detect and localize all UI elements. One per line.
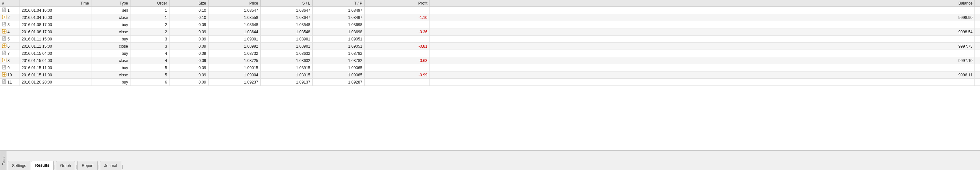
tester-label[interactable]: Tester [0, 151, 6, 170]
tab-divider-3: | [98, 164, 99, 170]
col-price: Price [208, 0, 260, 7]
table-row: 9 2016.01.15 11:00 buy 5 0.09 1.09015 1.… [0, 64, 980, 71]
cell-price: 1.08725 [208, 57, 260, 64]
cell-id: 3 [0, 21, 19, 28]
cell-profit [364, 79, 430, 86]
cell-balance: 9996.11 [430, 71, 975, 79]
cell-sl: 1.08915 [260, 71, 312, 79]
cell-type: close [91, 14, 130, 21]
cell-time: 2016.01.15 11:00 [19, 64, 91, 71]
cell-price: 1.08732 [208, 50, 260, 57]
tab-settings[interactable]: Settings [8, 161, 30, 170]
cell-profit: -0.81 [364, 43, 430, 50]
tab-divider-1: | [54, 164, 55, 170]
cell-id: 5 [0, 35, 19, 43]
cell-sl: 1.09137 [260, 79, 312, 86]
cell-tp: 1.08698 [312, 28, 364, 35]
table-row: 10 2016.01.15 11:00 close 5 0.09 1.09004… [0, 71, 980, 79]
cell-time: 2016.01.15 04:00 [19, 57, 91, 64]
cell-price: 1.08648 [208, 21, 260, 28]
cell-price: 1.09237 [208, 79, 260, 86]
cell-size: 0.09 [169, 79, 208, 86]
tab-divider-2: | [76, 164, 77, 170]
cell-id: 9 [0, 64, 19, 71]
tab-report[interactable]: Report [78, 161, 98, 170]
cell-size: 0.10 [169, 14, 208, 21]
cell-time: 2016.01.11 15:00 [19, 43, 91, 50]
table-row: 1 2016.01.04 16:00 sell 1 0.10 1.08547 1… [0, 7, 980, 14]
cell-sl: 1.08548 [260, 28, 312, 35]
cell-id: 11 [0, 79, 19, 86]
table-row: 11 2016.01.20 20:00 buy 6 0.09 1.09237 1… [0, 79, 980, 86]
cell-time: 2016.01.04 16:00 [19, 14, 91, 21]
col-order: Order [130, 0, 169, 7]
cell-time: 2016.01.08 17:00 [19, 21, 91, 28]
cell-sl: 1.08901 [260, 35, 312, 43]
cell-tp: 1.09051 [312, 35, 364, 43]
row-icon: 3 [2, 22, 10, 27]
cell-order: 3 [130, 35, 169, 43]
cell-tp: 1.09051 [312, 43, 364, 50]
cell-id: 10 [0, 71, 19, 79]
table-row: 3 2016.01.08 17:00 buy 2 0.09 1.08648 1.… [0, 21, 980, 28]
plus-icon [2, 43, 6, 49]
row-icon: 6 [2, 43, 10, 49]
cell-balance: 9998.90 [430, 14, 975, 21]
page-icon [2, 8, 6, 13]
cell-scroll [975, 21, 980, 28]
cell-id: 7 [0, 50, 19, 57]
row-icon: 8 [2, 58, 10, 63]
row-icon: 5 [2, 36, 10, 42]
cell-scroll [975, 14, 980, 21]
tab-journal[interactable]: Journal [100, 161, 121, 170]
cell-order: 2 [130, 21, 169, 28]
cell-price: 1.08558 [208, 14, 260, 21]
row-icon: 1 [2, 8, 10, 13]
cell-balance [430, 64, 975, 71]
cell-price: 1.09004 [208, 71, 260, 79]
cell-id: 8 [0, 57, 19, 64]
cell-time: 2016.01.15 04:00 [19, 50, 91, 57]
cell-type: close [91, 57, 130, 64]
cell-balance: 9997.10 [430, 57, 975, 64]
col-scrollbar-header [975, 0, 980, 7]
cell-tp: 1.08497 [312, 14, 364, 21]
page-icon [2, 65, 6, 71]
cell-sl: 1.08632 [260, 50, 312, 57]
cell-order: 1 [130, 14, 169, 21]
table-row: 7 2016.01.15 04:00 buy 4 0.09 1.08732 1.… [0, 50, 980, 57]
cell-type: buy [91, 21, 130, 28]
cell-order: 5 [130, 64, 169, 71]
col-hash: # [0, 0, 19, 7]
page-icon [2, 79, 6, 85]
table-row: 4 2016.01.08 17:00 close 2 0.09 1.08644 … [0, 28, 980, 35]
cell-balance [430, 7, 975, 14]
page-icon [2, 36, 6, 42]
cell-balance: 9998.54 [430, 28, 975, 35]
col-tp: T / P [312, 0, 364, 7]
table-row: 5 2016.01.11 15:00 buy 3 0.09 1.09001 1.… [0, 35, 980, 43]
cell-balance [430, 79, 975, 86]
cell-balance [430, 35, 975, 43]
cell-price: 1.08644 [208, 28, 260, 35]
cell-time: 2016.01.15 11:00 [19, 71, 91, 79]
col-sl: S / L [260, 0, 312, 7]
trades-table: # Time Type Order Size Price S / L T / P… [0, 0, 980, 86]
tab-results[interactable]: Results [31, 161, 53, 170]
cell-scroll [975, 50, 980, 57]
row-icon: 10 [2, 72, 12, 78]
bottom-bar: Tester Settings Results | Graph | Report… [0, 151, 980, 170]
cell-order: 6 [130, 79, 169, 86]
cell-time: 2016.01.04 16:00 [19, 7, 91, 14]
cell-price: 1.08992 [208, 43, 260, 50]
cell-order: 4 [130, 57, 169, 64]
cell-size: 0.09 [169, 21, 208, 28]
plus-icon [2, 58, 6, 63]
tab-graph[interactable]: Graph [56, 161, 75, 170]
cell-scroll [975, 43, 980, 50]
cell-time: 2016.01.11 15:00 [19, 35, 91, 43]
plus-icon [2, 72, 6, 78]
cell-tp: 1.08497 [312, 7, 364, 14]
cell-balance [430, 21, 975, 28]
row-icon: 7 [2, 51, 10, 56]
